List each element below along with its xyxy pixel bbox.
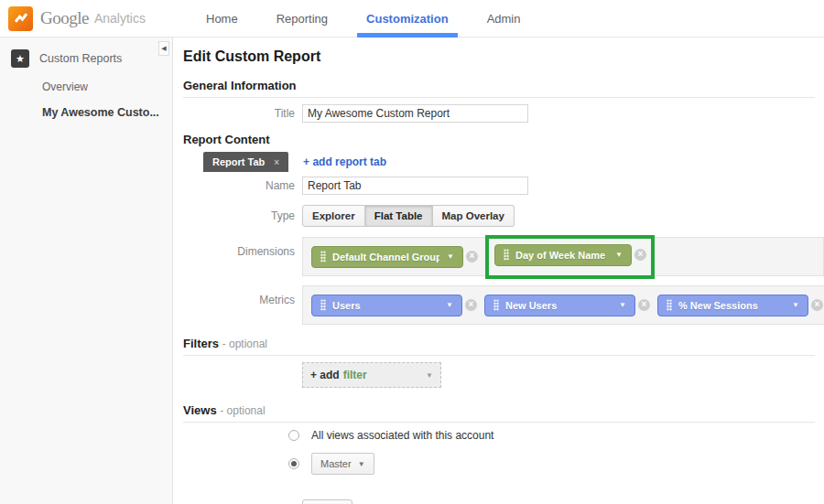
nav-admin[interactable]: Admin xyxy=(468,0,540,38)
dimensions-label: Dimensions xyxy=(183,237,295,258)
chevron-down-icon: ▼ xyxy=(446,301,453,309)
section-general-information: General Information xyxy=(183,79,815,98)
filters-optional-label: - optional xyxy=(222,338,267,350)
add-filter-keyword: filter xyxy=(343,369,367,381)
report-tab-name-input[interactable] xyxy=(302,177,528,195)
sidebar-item-my-awesome-custom-report[interactable]: My Awesome Custo... xyxy=(0,99,172,124)
remove-dimension-icon[interactable]: × xyxy=(466,251,478,263)
drag-handle-icon[interactable] xyxy=(504,249,509,261)
radio-specific-view[interactable] xyxy=(288,458,299,469)
chevron-down-icon: ▼ xyxy=(792,301,799,309)
type-label: Type xyxy=(183,209,295,222)
dimensions-container: Default Channel Grouping ▼ × Day of Week… xyxy=(302,237,824,276)
name-label: Name xyxy=(183,179,295,192)
add-filter-button[interactable]: + add filter ▼ xyxy=(302,362,441,388)
chevron-down-icon: ▼ xyxy=(426,371,433,380)
app-header: Google Analytics Home Reporting Customiz… xyxy=(0,0,824,38)
nav-customization[interactable]: Customization xyxy=(347,0,468,38)
drag-handle-icon[interactable] xyxy=(320,299,326,311)
annotation-highlight-box: Day of Week Name ▼ × xyxy=(485,235,655,279)
product-text: Analytics xyxy=(94,11,146,26)
dimension-pill-day-of-week-name[interactable]: Day of Week Name ▼ xyxy=(494,244,632,266)
custom-reports-star-icon: ★ xyxy=(11,49,29,68)
title-label: Title xyxy=(183,107,295,120)
chevron-down-icon: ▼ xyxy=(615,251,623,259)
sidebar-section-label: Custom Reports xyxy=(39,52,122,65)
drag-handle-icon[interactable] xyxy=(320,251,326,263)
selected-view-label: Master xyxy=(320,458,352,469)
drag-handle-icon[interactable] xyxy=(667,299,672,311)
remove-metric-icon[interactable]: × xyxy=(811,299,823,311)
page-title: Edit Custom Report xyxy=(183,48,815,65)
analytics-logo-icon xyxy=(8,6,33,31)
metric-pill-percent-new-sessions[interactable]: % New Sessions ▼ xyxy=(657,295,808,316)
type-button-explorer[interactable]: Explorer xyxy=(302,205,365,227)
remove-metric-icon[interactable]: × xyxy=(465,299,477,311)
sidebar-item-overview[interactable]: Overview xyxy=(0,75,172,99)
brand-text: Google xyxy=(40,8,89,28)
metric-pill-new-users[interactable]: New Users ▼ xyxy=(484,295,635,316)
chevron-down-icon: ▼ xyxy=(619,301,626,309)
top-nav: Home Reporting Customization Admin xyxy=(187,0,539,38)
radio-all-views-label: All views associated with this account xyxy=(311,429,493,442)
dimension-pill-default-channel-grouping[interactable]: Default Channel Grouping ▼ xyxy=(311,246,463,268)
remove-dimension-icon[interactable]: × xyxy=(634,249,646,261)
save-button[interactable]: Save xyxy=(302,499,352,504)
metrics-label: Metrics xyxy=(183,285,295,306)
report-type-segmented-control: Explorer Flat Table Map Overlay xyxy=(302,205,515,227)
add-filter-prefix: + add xyxy=(310,369,340,381)
remove-metric-icon[interactable]: × xyxy=(638,299,650,311)
type-button-map-overlay[interactable]: Map Overlay xyxy=(433,205,515,227)
metric-pill-users[interactable]: Users ▼ xyxy=(311,295,462,316)
nav-reporting[interactable]: Reporting xyxy=(257,0,347,38)
report-tab-chip[interactable]: Report Tab × xyxy=(203,152,288,172)
report-tab-chip-label: Report Tab xyxy=(212,156,265,167)
google-analytics-logo[interactable]: Google Analytics xyxy=(0,6,174,31)
section-report-content: Report Content xyxy=(183,133,815,148)
close-tab-icon[interactable]: × xyxy=(274,157,279,167)
drag-handle-icon[interactable] xyxy=(493,299,499,311)
metrics-container: Users ▼ × New Users ▼ × % New Sessions ▼ xyxy=(302,285,824,325)
chevron-down-icon: ▼ xyxy=(358,460,365,468)
title-input[interactable] xyxy=(302,104,528,123)
section-views: Views - optional xyxy=(183,403,815,423)
sidebar-collapse-icon[interactable]: ◀ xyxy=(158,41,169,56)
add-report-tab-link[interactable]: + add report tab xyxy=(303,155,386,168)
views-optional-label: - optional xyxy=(220,404,265,417)
sidebar-header: ★ Custom Reports xyxy=(0,38,172,75)
section-filters: Filters - optional xyxy=(183,337,815,356)
view-selector-dropdown[interactable]: Master ▼ xyxy=(311,453,374,475)
nav-home[interactable]: Home xyxy=(187,0,257,38)
sidebar: ◀ ★ Custom Reports Overview My Awesome C… xyxy=(0,38,173,504)
radio-all-views[interactable] xyxy=(288,430,299,441)
type-button-flat-table[interactable]: Flat Table xyxy=(365,205,433,227)
chevron-down-icon: ▼ xyxy=(447,252,454,261)
main-content: Edit Custom Report General Information T… xyxy=(174,38,824,504)
